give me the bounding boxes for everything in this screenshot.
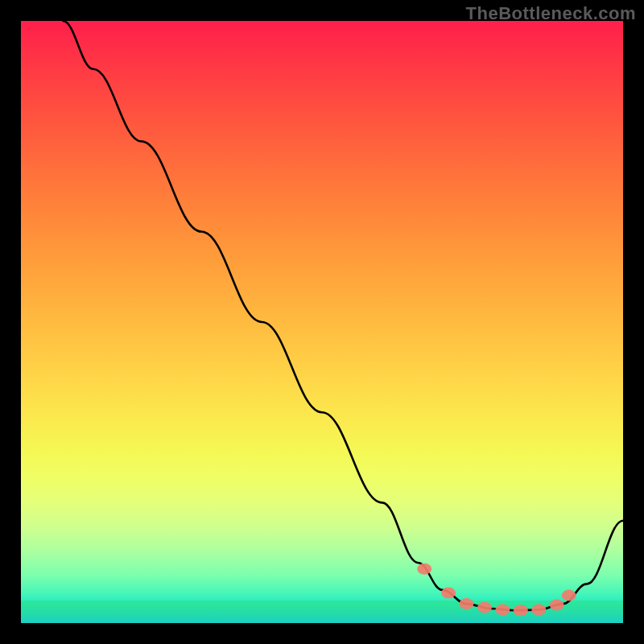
- plot-area: [21, 21, 623, 623]
- optimal-dot: [514, 605, 528, 616]
- bottleneck-curve: [63, 21, 623, 610]
- optimal-dot: [531, 605, 546, 616]
- optimal-dot: [460, 598, 474, 609]
- optimal-dot: [417, 564, 431, 575]
- optimal-dot: [550, 600, 564, 611]
- chart-frame: TheBottleneck.com: [0, 0, 644, 644]
- curve-layer: [21, 21, 623, 623]
- optimal-dot: [495, 605, 510, 616]
- optimal-dot: [441, 588, 456, 599]
- optimal-dot: [562, 590, 576, 601]
- optimal-dot: [477, 602, 492, 613]
